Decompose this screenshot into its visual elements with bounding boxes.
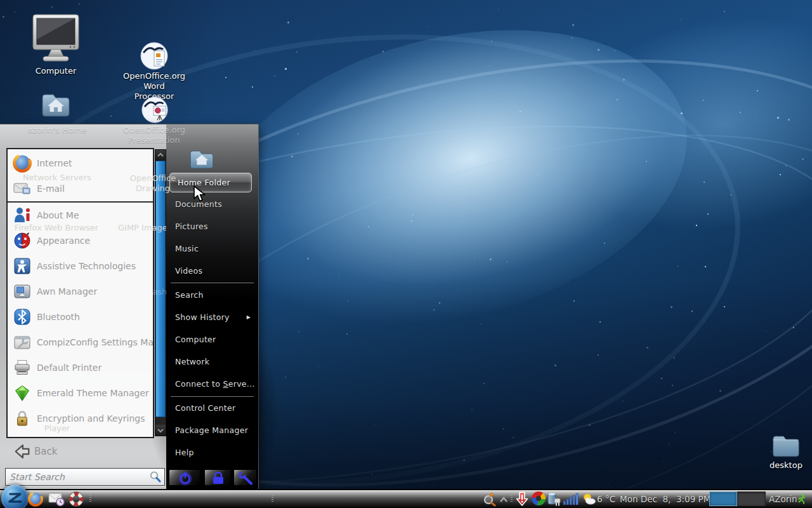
wallpaper-sparkle xyxy=(339,274,339,274)
wallpaper-sparkle xyxy=(404,156,405,157)
menu-item-label: Encryption and Keyrings xyxy=(37,406,145,431)
oowriter-icon xyxy=(139,41,169,71)
tray-swirl-app-icon[interactable] xyxy=(532,491,546,505)
weather-applet-icon[interactable] xyxy=(582,492,596,508)
menu-item-encryption-keyrings[interactable]: Encryption and Keyrings xyxy=(8,406,153,431)
menu-item-about-me[interactable]: About Me xyxy=(8,203,153,228)
tray-search-tool-icon[interactable] xyxy=(482,491,497,508)
menu-item-internet[interactable]: Internet xyxy=(8,150,153,176)
workspace-2[interactable] xyxy=(737,491,766,506)
workspace-1[interactable] xyxy=(709,491,737,506)
wallpaper-sparkle xyxy=(704,182,705,183)
wallpaper-sparkle xyxy=(673,357,675,359)
scrollbar-down-button[interactable] xyxy=(155,425,166,436)
desktop-icon-ooimpress[interactable] xyxy=(140,95,169,127)
desktop-icon-home[interactable] xyxy=(39,90,72,123)
shutdown-button[interactable] xyxy=(169,469,200,486)
tray-power-manager-icon[interactable] xyxy=(546,491,563,508)
search-input[interactable] xyxy=(10,469,143,485)
running-man-icon xyxy=(797,493,807,504)
menu-item-label: Videos xyxy=(175,263,202,279)
wallpaper-sparkle xyxy=(622,401,624,402)
taskbar-drag-handle[interactable] xyxy=(89,495,91,502)
tray-update-notifier-icon[interactable] xyxy=(514,491,530,508)
menu-applications-panel: Internet E-mail xyxy=(6,148,154,438)
wallpaper-sparkle xyxy=(678,266,678,267)
wallpaper-sparkle xyxy=(680,19,681,20)
taskbar-help-launcher[interactable] xyxy=(69,491,84,508)
scrollbar-thumb[interactable] xyxy=(155,161,166,417)
menu-item-appearance[interactable]: Appearance xyxy=(8,228,153,253)
wallpaper-sparkle xyxy=(599,321,601,323)
wallpaper-sparkle xyxy=(724,11,725,12)
menu-item-connect-to-server[interactable]: Connect to Serve... xyxy=(166,376,258,392)
menu-item-computer[interactable]: Computer xyxy=(166,331,258,348)
wallpaper-sparkle xyxy=(550,447,551,448)
desktop-icon-desktop-folder[interactable]: desktop xyxy=(754,431,812,471)
wallpaper-sparkle xyxy=(346,333,348,335)
assistive-technologies-icon xyxy=(13,257,32,276)
menu-item-emerald[interactable]: Emerald Theme Manager xyxy=(8,380,153,406)
wallpaper-sparkle xyxy=(661,378,662,379)
lock-screen-button[interactable] xyxy=(204,469,231,486)
menu-item-label: Computer xyxy=(175,331,216,348)
scrollbar-up-button[interactable] xyxy=(155,150,166,161)
user-switcher-icon[interactable] xyxy=(797,493,807,507)
tray-collapse-chevron[interactable] xyxy=(499,494,508,506)
menu-item-label: Emerald Theme Manager xyxy=(37,380,149,406)
tray-network-signal-icon[interactable] xyxy=(563,493,579,507)
clock[interactable]: Mon Dec 8, 3:09 PM xyxy=(620,490,710,508)
menu-item-control-center[interactable]: Control Center xyxy=(166,400,258,417)
window-list-handle[interactable] xyxy=(272,495,273,502)
menu-item-search[interactable]: Search xyxy=(166,287,258,304)
menu-item-label: Awn Manager xyxy=(37,279,97,304)
menu-item-label: Appearance xyxy=(37,228,90,253)
desktop-icon-oowriter[interactable]: OpenOffice.org Word Processor xyxy=(113,41,195,102)
start-menu-button[interactable] xyxy=(1,485,29,508)
folder-icon xyxy=(770,431,802,460)
menu-item-pictures[interactable]: Pictures xyxy=(166,218,258,235)
menu-item-bluetooth[interactable]: Bluetooth xyxy=(8,304,153,330)
menu-item-home-folder[interactable]: Home Folder xyxy=(169,173,252,192)
menu-item-music[interactable]: Music xyxy=(166,241,258,257)
menu-back-button[interactable]: Back xyxy=(0,438,166,465)
menu-item-show-history[interactable]: Show History ▶ xyxy=(166,309,258,326)
wallpaper-sparkle xyxy=(574,194,575,195)
wallpaper-sparkle xyxy=(793,327,794,328)
wallpaper-sparkle xyxy=(598,354,599,356)
taskbar-email-launcher[interactable] xyxy=(48,491,65,508)
appearance-icon xyxy=(13,231,32,250)
menu-item-package-manager[interactable]: Package Manager xyxy=(166,422,258,439)
menu-item-assistive-technologies[interactable]: Assistive Technologies xyxy=(8,253,153,279)
wallpaper-sparkle xyxy=(681,112,683,114)
menu-item-compizconfig[interactable]: CompizConfig Settings Manager xyxy=(8,330,153,355)
wallpaper-sparkle xyxy=(802,158,804,160)
taskbar-firefox-launcher[interactable] xyxy=(28,491,43,508)
tray-handle[interactable] xyxy=(511,495,513,502)
wallpaper-sparkle xyxy=(506,161,507,163)
menu-search-box xyxy=(5,468,165,486)
menu-scrollbar[interactable] xyxy=(155,149,166,436)
wallpaper-sparkle xyxy=(374,424,375,425)
menu-item-documents[interactable]: Documents xyxy=(166,196,258,213)
menu-item-default-printer[interactable]: Default Printer xyxy=(8,355,153,380)
menu-item-email[interactable]: E-mail xyxy=(8,176,153,201)
wallpaper-sparkle xyxy=(433,309,435,311)
search-icon[interactable] xyxy=(149,471,162,483)
wallpaper-sparkle xyxy=(724,306,725,307)
menu-item-network[interactable]: Network xyxy=(166,354,258,370)
menu-item-help[interactable]: Help xyxy=(166,444,258,461)
menu-item-label: Bluetooth xyxy=(37,304,80,330)
menu-item-awn-manager[interactable]: Awn Manager xyxy=(8,279,153,304)
settings-wrench-button[interactable] xyxy=(233,469,257,486)
wallpaper-sparkle xyxy=(51,6,53,8)
wallpaper-sparkle xyxy=(528,460,529,461)
chevron-up-icon xyxy=(499,496,508,504)
username-label[interactable]: AZorin xyxy=(769,490,797,508)
weather-temperature[interactable]: 6 °C xyxy=(597,490,615,508)
wallpaper-sparkle xyxy=(646,347,648,349)
menu-separator xyxy=(171,283,254,283)
bluetooth-icon xyxy=(13,307,32,326)
desktop-icon-computer[interactable]: Computer xyxy=(20,13,91,76)
menu-item-videos[interactable]: Videos xyxy=(166,263,258,279)
